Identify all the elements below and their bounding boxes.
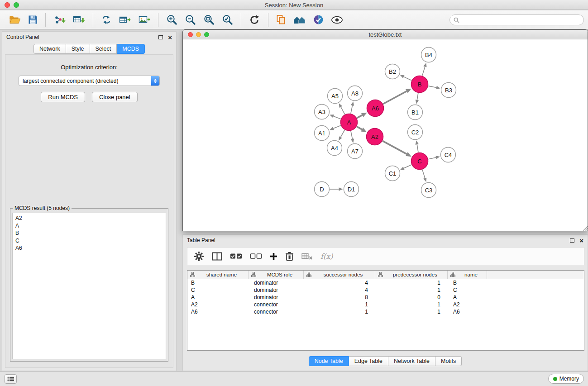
panel-list-button[interactable] bbox=[5, 374, 17, 384]
open-session-button[interactable] bbox=[8, 14, 22, 25]
close-panel-button[interactable]: Close panel bbox=[92, 92, 138, 102]
search-input[interactable] bbox=[462, 17, 580, 23]
delete-column-button[interactable] bbox=[285, 252, 294, 261]
tab-node-table[interactable]: Node Table bbox=[309, 356, 349, 366]
table-row[interactable]: Adominator80A bbox=[187, 294, 584, 301]
column-header-predecessor-nodes[interactable]: predecessor nodes bbox=[375, 271, 448, 279]
graph-node-A6[interactable]: A6 bbox=[367, 100, 384, 117]
graph-node-A4[interactable]: A4 bbox=[327, 141, 342, 156]
mcds-result-item[interactable]: A6 bbox=[15, 244, 163, 252]
graph-node-D[interactable]: D bbox=[315, 182, 330, 197]
graph-edge-A6-B[interactable] bbox=[383, 89, 411, 104]
zoom-out-button[interactable] bbox=[184, 13, 197, 26]
tab-edge-table[interactable]: Edge Table bbox=[349, 356, 388, 366]
tab-style[interactable]: Style bbox=[66, 44, 90, 54]
graph-node-B3[interactable]: B3 bbox=[441, 83, 456, 98]
graph-node-C3[interactable]: C3 bbox=[421, 183, 436, 198]
export-table-button[interactable] bbox=[118, 14, 132, 26]
graph-node-A[interactable]: A bbox=[341, 114, 358, 131]
add-column-button[interactable] bbox=[270, 253, 277, 260]
import-table-button[interactable] bbox=[72, 14, 86, 26]
graph-edge-B-B3[interactable] bbox=[428, 86, 440, 89]
graph-edge-C-C2[interactable] bbox=[416, 140, 419, 152]
save-session-button[interactable] bbox=[27, 14, 38, 25]
graph-edge-A2-C[interactable] bbox=[382, 141, 411, 157]
table-row[interactable]: Bdominator41B bbox=[187, 279, 584, 286]
import-network-button[interactable] bbox=[53, 14, 67, 26]
graph-edge-A-A1[interactable] bbox=[330, 125, 341, 130]
graph-node-A7[interactable]: A7 bbox=[348, 144, 363, 159]
graph-node-A3[interactable]: A3 bbox=[315, 105, 330, 119]
graph-edge-C-C3[interactable] bbox=[422, 170, 427, 182]
zoom-in-button[interactable] bbox=[165, 13, 178, 26]
graph-node-B1[interactable]: B1 bbox=[408, 105, 423, 120]
graph-edge-A-A3[interactable] bbox=[330, 114, 341, 119]
graph-edge-A-A4[interactable] bbox=[339, 130, 344, 141]
zoom-selected-button[interactable] bbox=[221, 13, 234, 26]
show-columns-button[interactable] bbox=[212, 252, 222, 261]
graph-node-C4[interactable]: C4 bbox=[441, 148, 456, 162]
graph-node-B4[interactable]: B4 bbox=[421, 48, 436, 62]
close-control-panel-icon[interactable]: × bbox=[168, 34, 172, 41]
table-settings-button[interactable] bbox=[194, 251, 204, 262]
table-row[interactable]: A2connector11A2 bbox=[187, 301, 584, 308]
zoom-fit-button[interactable] bbox=[202, 13, 215, 26]
column-header-name[interactable]: name bbox=[448, 271, 487, 279]
graph-edge-C-C4[interactable] bbox=[428, 156, 440, 159]
toolbar-search[interactable] bbox=[449, 14, 584, 25]
float-panel-icon[interactable] bbox=[158, 35, 163, 39]
tab-mcds[interactable]: MCDS bbox=[117, 44, 145, 54]
home-button[interactable] bbox=[292, 14, 307, 25]
export-image-button[interactable] bbox=[138, 14, 151, 26]
tab-network-table[interactable]: Network Table bbox=[388, 356, 435, 366]
graph-edge-A-A2[interactable] bbox=[357, 127, 367, 132]
tab-motifs[interactable]: Motifs bbox=[435, 356, 462, 366]
memory-button[interactable]: Memory bbox=[548, 374, 584, 384]
table-row[interactable]: A6connector11A6 bbox=[187, 308, 584, 315]
graph-node-A1[interactable]: A1 bbox=[315, 126, 330, 141]
refresh-button[interactable] bbox=[248, 14, 261, 26]
network-canvas[interactable]: AA6A2BCA1A3A4A5A7A8B1B2B3B4C1C2C3C4DD1 bbox=[183, 39, 588, 231]
graph-node-A2[interactable]: A2 bbox=[367, 129, 383, 145]
graph-edge-A-A7[interactable] bbox=[351, 131, 354, 143]
graph-edge-B-B4[interactable] bbox=[422, 63, 427, 76]
network-graph[interactable]: AA6A2BCA1A3A4A5A7A8B1B2B3B4C1C2C3C4DD1 bbox=[183, 39, 588, 231]
function-builder-button[interactable]: f(x) bbox=[320, 252, 333, 261]
toggle-visibility-button[interactable] bbox=[330, 15, 344, 25]
select-all-button[interactable] bbox=[230, 253, 242, 259]
run-mcds-button[interactable]: Run MCDS bbox=[41, 92, 85, 102]
resize-grip-icon[interactable] bbox=[582, 225, 588, 231]
duplicate-network-button[interactable] bbox=[275, 14, 287, 26]
mcds-result-item[interactable]: A bbox=[15, 222, 163, 230]
mcds-result-item[interactable]: C bbox=[15, 237, 163, 245]
graph-node-C2[interactable]: C2 bbox=[408, 125, 423, 140]
float-table-panel-icon[interactable] bbox=[570, 238, 574, 243]
graph-node-B2[interactable]: B2 bbox=[385, 64, 400, 79]
graph-edge-D-D1[interactable] bbox=[330, 187, 343, 191]
graph-node-C1[interactable]: C1 bbox=[385, 166, 400, 181]
column-header-successor-nodes[interactable]: successor nodes bbox=[304, 271, 375, 279]
mcds-result-list[interactable]: A2ABCA6 bbox=[12, 213, 166, 359]
mcds-result-item[interactable]: B bbox=[15, 229, 163, 237]
graph-edge-B-B2[interactable] bbox=[400, 75, 412, 81]
graph-edge-A-A6[interactable] bbox=[357, 113, 367, 118]
graph-node-C[interactable]: C bbox=[411, 153, 428, 170]
graph-edge-C-C1[interactable] bbox=[400, 165, 411, 170]
graph-node-A5[interactable]: A5 bbox=[328, 89, 343, 104]
mcds-result-item[interactable]: A2 bbox=[15, 214, 163, 222]
apply-style-button[interactable] bbox=[312, 14, 325, 26]
column-header-MCDS-role[interactable]: MCDS role bbox=[249, 271, 304, 279]
clear-table-button[interactable] bbox=[301, 253, 313, 260]
table-row[interactable]: Cdominator41C bbox=[187, 286, 584, 294]
graph-node-D1[interactable]: D1 bbox=[344, 182, 359, 197]
tab-select[interactable]: Select bbox=[90, 44, 117, 54]
graph-node-B[interactable]: B bbox=[411, 76, 428, 93]
deselect-all-button[interactable] bbox=[250, 253, 262, 259]
graph-node-A8[interactable]: A8 bbox=[348, 86, 363, 101]
close-table-panel-icon[interactable]: × bbox=[579, 237, 583, 244]
export-network-button[interactable] bbox=[100, 14, 113, 26]
graph-edge-A-A8[interactable] bbox=[351, 101, 354, 114]
tab-network[interactable]: Network bbox=[33, 44, 66, 54]
column-header-shared-name[interactable]: shared name bbox=[187, 271, 249, 279]
optimization-criterion-select[interactable]: largest connected component (directed) bbox=[19, 76, 160, 86]
